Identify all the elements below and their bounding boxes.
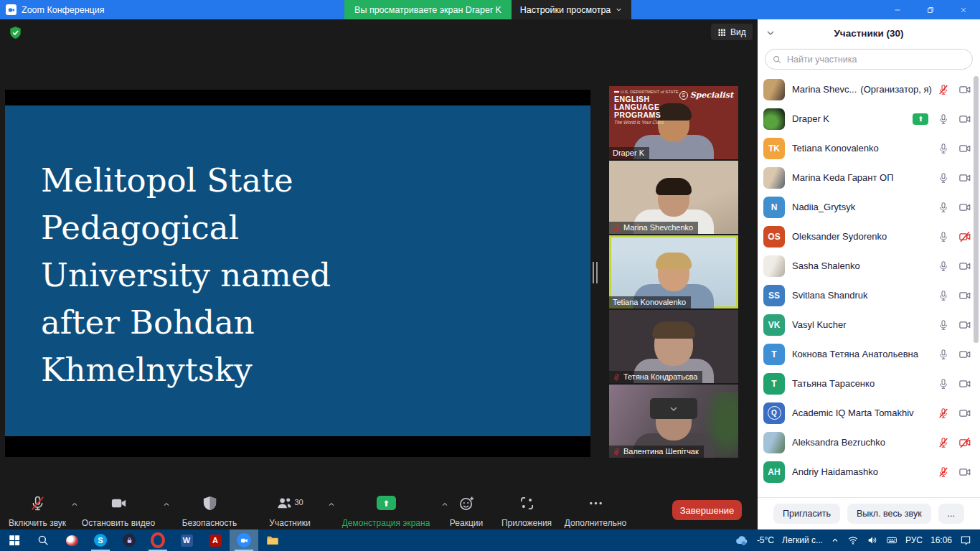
invite-button[interactable]: Пригласить	[773, 504, 840, 524]
participant-row[interactable]: TK Tetiana Konovalenko	[758, 133, 980, 163]
participant-row[interactable]: VK Vasyl Kucher	[758, 310, 980, 339]
search-participant-input[interactable]	[765, 49, 973, 70]
view-settings-dropdown[interactable]: Настройки просмотра	[512, 0, 631, 19]
participant-avatar	[763, 79, 785, 100]
participant-row[interactable]: Q Academic IQ Marta Tomakhiv	[758, 398, 980, 428]
participant-avatar: TK	[763, 138, 785, 159]
zoom-icon	[237, 533, 251, 547]
video-thumbnail-shevchenko[interactable]: Marina Shevchenko	[609, 161, 738, 234]
video-options-chevron[interactable]	[162, 500, 171, 509]
participant-avatar	[763, 432, 785, 453]
participant-row[interactable]: Draper K	[758, 104, 980, 133]
acrobat-icon: A	[209, 534, 222, 547]
share-screen-button[interactable]: Демонстрация экрана	[331, 494, 440, 530]
participant-row[interactable]: T Кокнова Тетяна Анатольевна	[758, 339, 980, 369]
shield-icon	[202, 495, 218, 512]
mic-muted-icon	[613, 224, 621, 232]
participant-avatar	[763, 167, 785, 189]
share-screen-icon	[377, 496, 396, 510]
camera-icon	[958, 83, 971, 96]
taskbar-app-button[interactable]	[57, 529, 86, 551]
taskbar-opera-button[interactable]	[143, 529, 172, 551]
network-icon[interactable]	[847, 534, 859, 546]
panel-collapse-chevron[interactable]	[765, 27, 776, 39]
camera-icon	[958, 407, 971, 420]
video-thumbnail-draper[interactable]: U.S. DEPARTMENT of STATE ENGLISH LANGUAG…	[609, 86, 738, 159]
end-meeting-button[interactable]: Завершение	[672, 500, 742, 520]
participant-name: Svitlana Shandruk	[792, 290, 933, 301]
unmute-button[interactable]: Включить звук	[4, 494, 70, 530]
video-thumbnail-konovalenko-active[interactable]: Tetiana Konovalenko	[609, 235, 738, 309]
us-flag-icon	[614, 90, 619, 93]
apps-button[interactable]: Приложения	[495, 494, 558, 530]
participant-row[interactable]: AH Andriy Haidamashko	[758, 457, 980, 486]
participant-row[interactable]: N Nadiia_Grytsyk	[758, 192, 980, 222]
mic-muted-icon	[613, 373, 621, 381]
participant-row[interactable]: Sasha Shalenko	[758, 251, 980, 281]
participant-row[interactable]: SS Svitlana Shandruk	[758, 281, 980, 310]
camera-icon	[958, 377, 971, 390]
reactions-button[interactable]: Реакции	[440, 494, 492, 530]
participants-button[interactable]: 30 Участники	[253, 494, 327, 530]
participant-avatar: Q	[763, 402, 785, 424]
participant-name: Tetiana Konovalenko	[792, 143, 933, 154]
view-button[interactable]: Вид	[711, 24, 753, 40]
close-button[interactable]	[947, 0, 980, 19]
encryption-shield-icon[interactable]	[9, 25, 22, 40]
participant-name: Nadiia_Grytsyk	[792, 202, 933, 212]
participant-row[interactable]: OS Oleksander Sydorenko	[758, 222, 980, 251]
language-indicator[interactable]: РУС	[905, 535, 923, 545]
weather-icon[interactable]	[735, 533, 749, 547]
security-button[interactable]: Безопасность	[172, 494, 247, 530]
mic-icon	[938, 319, 949, 331]
start-button[interactable]	[0, 529, 29, 551]
mic-icon	[938, 231, 949, 242]
mute-all-button[interactable]: Выкл. весь звук	[847, 504, 931, 524]
video-name-tag: Marina Shevchenko	[609, 222, 698, 234]
presentation-slide: Melitopol State Pedagogical University n…	[5, 105, 590, 436]
video-thumbnail-kondratieva[interactable]: Тетяна Кондратьєва	[609, 310, 738, 383]
more-options-button[interactable]: ...	[938, 504, 964, 524]
camera-off-icon	[958, 436, 971, 449]
video-name-tag: Валентина Шепітчак	[609, 446, 704, 458]
taskbar-lock-app-button[interactable]	[115, 529, 143, 551]
mic-icon	[938, 290, 949, 301]
taskbar-skype-button[interactable]: S	[86, 529, 115, 551]
english-language-programs-logo: U.S. DEPARTMENT of STATE ENGLISH LANGUAG…	[614, 90, 679, 126]
weather-text[interactable]: Легкий с...	[782, 535, 823, 545]
participant-row[interactable]: Marina Shevc...(Организатор, я)	[758, 75, 980, 104]
taskbar-zoom-button[interactable]	[230, 529, 258, 551]
participant-row[interactable]: Marina Keda Гарант ОП	[758, 163, 980, 192]
more-button[interactable]: Дополнительно	[561, 494, 630, 530]
collapse-thumbnails-button[interactable]	[650, 398, 697, 419]
hidden-icons-chevron[interactable]	[831, 536, 839, 545]
taskbar-word-button[interactable]: W	[172, 529, 201, 551]
participant-row[interactable]: Aleksandra Bezruchko	[758, 428, 980, 457]
restore-button[interactable]	[914, 0, 947, 19]
minimize-button[interactable]	[881, 0, 914, 19]
participant-row[interactable]: T Татьяна Тарасенко	[758, 369, 980, 398]
taskbar-search-button[interactable]	[29, 529, 57, 551]
mic-icon	[938, 378, 949, 390]
participant-name: Aleksandra Bezruchko	[792, 437, 933, 448]
stop-video-button[interactable]: Остановить видео	[75, 494, 162, 530]
temperature[interactable]: -5°C	[757, 535, 774, 545]
volume-icon[interactable]	[867, 534, 878, 546]
taskbar-acrobat-button[interactable]: A	[201, 529, 230, 551]
windows-logo-icon	[8, 534, 21, 547]
resize-handle[interactable]	[593, 262, 599, 283]
taskbar-explorer-button[interactable]	[258, 529, 287, 551]
panel-footer: Пригласить Выкл. весь звук ...	[758, 497, 980, 529]
system-tray: -5°C Легкий с... РУС 16:06	[735, 529, 980, 551]
camera-icon	[958, 319, 971, 331]
clock[interactable]: 16:06	[930, 535, 952, 545]
touch-keyboard-icon[interactable]	[886, 534, 897, 546]
scrollbar-thumb[interactable]	[974, 76, 979, 343]
mic-muted-icon	[938, 84, 949, 95]
chevron-down-icon	[615, 6, 623, 14]
video-thumbnail-shepitchak[interactable]: Валентина Шепітчак	[609, 385, 738, 458]
participants-icon	[276, 495, 293, 512]
camera-icon	[958, 113, 971, 126]
more-icon	[588, 495, 604, 512]
action-center-icon[interactable]	[960, 534, 971, 546]
